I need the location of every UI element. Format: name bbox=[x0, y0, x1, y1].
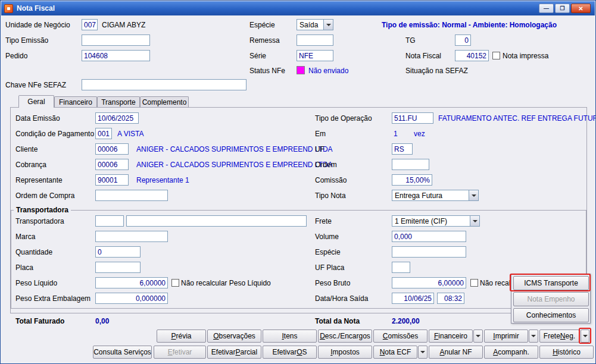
peso-extra-embalagem-label: Peso Extra Embalagem bbox=[15, 294, 91, 303]
nota-ecf-dropdown-button[interactable] bbox=[418, 346, 428, 359]
transportadora-group-title: Transportadora bbox=[14, 206, 71, 214]
chevron-down-icon[interactable] bbox=[323, 20, 333, 30]
nao-recalcular-peso-bruto-label: Não recalc bbox=[480, 279, 514, 287]
menu-item-icms-transporte[interactable]: ICMS Transporte bbox=[513, 276, 589, 290]
nao-recalcular-peso-bruto-checkbox[interactable] bbox=[470, 279, 478, 287]
itens-button[interactable]: Itens bbox=[263, 330, 317, 343]
unidade-negocio-field[interactable]: 007 bbox=[82, 19, 98, 30]
serie-field[interactable]: NFE bbox=[297, 50, 333, 61]
representante-field[interactable]: 90001 bbox=[95, 174, 129, 186]
tab-financeiro[interactable]: Financeiro bbox=[54, 96, 97, 107]
comissoes-button[interactable]: Comissões bbox=[373, 330, 428, 343]
hora-saida-field[interactable]: 08:32 bbox=[437, 293, 464, 304]
tipo-nota-value: Entrega Futura bbox=[395, 192, 442, 200]
transportadora-name-field[interactable] bbox=[126, 215, 307, 227]
frete-select[interactable]: 1 Emitente (CIF) bbox=[392, 215, 480, 227]
tab-transporte[interactable]: Transporte bbox=[97, 96, 140, 107]
tg-field[interactable]: 0 bbox=[455, 34, 471, 46]
nota-impressa-checkbox[interactable] bbox=[492, 52, 500, 59]
impostos-button[interactable]: Impostos bbox=[318, 346, 372, 359]
desc-encargos-button[interactable]: Desc./Encargos bbox=[318, 330, 372, 343]
pedido-label: Pedido bbox=[5, 52, 27, 60]
imprimir-dropdown-button[interactable] bbox=[529, 330, 538, 343]
data-emissao-field[interactable]: 10/06/2025 bbox=[95, 112, 139, 124]
efetivar-parcial-button[interactable]: Efetivar Parcial bbox=[207, 346, 261, 359]
cobranca-label: Cobrança bbox=[15, 161, 46, 169]
ordem-compra-label: Ordem de Compra bbox=[15, 192, 74, 200]
data-hora-saida-label: Data/Hora Saída bbox=[315, 294, 368, 303]
marca-field[interactable] bbox=[95, 231, 168, 242]
data-saida-field[interactable]: 10/06/25 bbox=[392, 293, 434, 304]
comissao-label: Comissão bbox=[315, 176, 347, 184]
minimize-button[interactable]: — bbox=[539, 4, 554, 13]
observacoes-button[interactable]: Observações bbox=[207, 330, 261, 343]
peso-liquido-field[interactable]: 6,00000 bbox=[95, 277, 168, 288]
chevron-down-icon[interactable] bbox=[469, 190, 478, 200]
efetivar-button: Efetivar bbox=[154, 346, 206, 359]
uf-field[interactable]: RS bbox=[392, 143, 413, 155]
tipo-operacao-desc: FATURAMENTO ANTEC. REF ENTREGA FUTURA bbox=[438, 114, 596, 123]
transportadora-code-field[interactable] bbox=[95, 215, 124, 227]
chave-nfe-label: Chave NFe SEFAZ bbox=[5, 81, 66, 89]
uf-placa-field[interactable] bbox=[392, 262, 410, 273]
especie-transporte-field[interactable] bbox=[392, 246, 466, 258]
chevron-down-icon bbox=[420, 351, 425, 353]
chevron-down-icon[interactable] bbox=[470, 216, 479, 226]
acompanh-button[interactable]: Acompanh. bbox=[484, 346, 538, 359]
tab-geral[interactable]: Geral bbox=[18, 95, 54, 108]
previa-button[interactable]: Prévia bbox=[157, 330, 206, 343]
situacao-sefaz-label: Situação na SEFAZ bbox=[405, 67, 468, 75]
especie-value: Saída bbox=[299, 21, 318, 29]
ordem-field[interactable] bbox=[392, 159, 429, 170]
remessa-field[interactable] bbox=[297, 34, 333, 46]
anular-nf-button[interactable]: Anular NF bbox=[429, 346, 483, 359]
efetivar-os-button[interactable]: Efetivar OS bbox=[263, 346, 317, 359]
volume-field[interactable]: 0,000 bbox=[392, 231, 466, 242]
maximize-button[interactable]: ❐ bbox=[555, 4, 570, 13]
status-nfe-value: Não enviado bbox=[308, 67, 348, 75]
chave-nfe-field[interactable] bbox=[82, 79, 246, 90]
financeiro-button[interactable]: Financeiro bbox=[429, 330, 473, 343]
condicao-pagamento-field[interactable]: 001 bbox=[95, 128, 112, 139]
status-nfe-color-indicator bbox=[297, 66, 305, 74]
chevron-down-icon bbox=[583, 335, 588, 337]
cobranca-field[interactable]: 00006 bbox=[95, 159, 129, 170]
close-button[interactable]: ✕ bbox=[571, 4, 591, 13]
nota-ecf-button[interactable]: Nota ECF bbox=[373, 346, 417, 359]
uf-label: UF bbox=[315, 145, 324, 153]
cobranca-desc: ANIGER - CALCADOS SUPRIMENTOS E EMPREEND… bbox=[136, 161, 333, 169]
tab-complemento[interactable]: Complemento bbox=[140, 96, 189, 107]
peso-bruto-label: Peso Bruto bbox=[315, 279, 350, 287]
historico-button[interactable]: Histórico bbox=[539, 346, 594, 359]
tipo-emissao-field[interactable] bbox=[82, 34, 150, 46]
cliente-field[interactable]: 00006 bbox=[95, 143, 129, 155]
cliente-label: Cliente bbox=[15, 145, 38, 153]
maximize-icon: ❐ bbox=[560, 5, 564, 11]
pedido-field[interactable]: 104608 bbox=[82, 50, 150, 61]
financeiro-dropdown-button[interactable] bbox=[473, 330, 483, 343]
frete-neg-button[interactable]: Frete Neg. bbox=[539, 330, 579, 343]
close-icon: ✕ bbox=[578, 5, 583, 12]
tipo-nota-select[interactable]: Entrega Futura bbox=[392, 190, 479, 201]
marca-label: Marca bbox=[15, 233, 35, 241]
comissao-field[interactable]: 15,00% bbox=[392, 174, 432, 186]
peso-bruto-field[interactable]: 6,00000 bbox=[392, 277, 466, 288]
title-bar[interactable]: Nota Fiscal bbox=[1, 1, 595, 15]
quantidade-field[interactable]: 0 bbox=[95, 246, 141, 258]
tipo-nota-label: Tipo Nota bbox=[315, 192, 346, 200]
serie-label: Série bbox=[249, 52, 266, 60]
especie-select[interactable]: Saída bbox=[297, 19, 333, 30]
minimize-icon: — bbox=[544, 5, 549, 11]
consulta-servicos-button[interactable]: Consulta Serviços bbox=[93, 346, 152, 359]
tipo-operacao-field[interactable]: 511.FU bbox=[392, 112, 433, 124]
nota-fiscal-field[interactable]: 40152 bbox=[455, 50, 489, 61]
nao-recalcular-peso-liquido-checkbox[interactable] bbox=[171, 279, 179, 287]
imprimir-button[interactable]: Imprimir bbox=[484, 330, 528, 343]
menu-item-conhecimentos[interactable]: Conhecimentos bbox=[513, 308, 589, 322]
frete-neg-dropdown-button[interactable] bbox=[581, 330, 589, 343]
peso-extra-embalagem-field[interactable]: 0,000000 bbox=[95, 293, 168, 304]
placa-field[interactable] bbox=[95, 262, 141, 273]
total-faturado-label: Total Faturado bbox=[15, 317, 64, 325]
ordem-compra-field[interactable] bbox=[95, 190, 168, 201]
chevron-down-icon bbox=[531, 335, 536, 337]
